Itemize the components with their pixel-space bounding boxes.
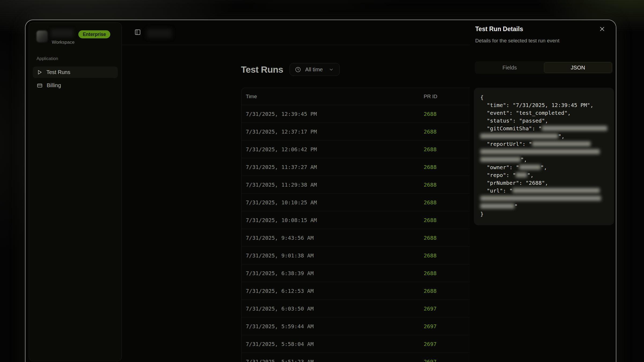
topbar-title-redacted xyxy=(147,29,172,38)
run-time: 7/31/2025, 9:43:56 AM xyxy=(246,235,314,241)
pr-id-link[interactable]: 2688 xyxy=(424,164,437,170)
close-icon[interactable] xyxy=(599,26,605,32)
sidebar-nav: Test Runs Billing xyxy=(33,67,118,93)
code-line: ", xyxy=(480,132,608,140)
chevron-down-icon xyxy=(329,67,334,72)
run-time: 7/31/2025, 5:58:04 AM xyxy=(246,341,314,347)
pr-id-link[interactable]: 2688 xyxy=(424,270,437,276)
code-line: ", xyxy=(480,156,608,164)
code-line: { xyxy=(480,94,608,101)
json-code-block: { "time": "7/31/2025, 12:39:45 PM", "eve… xyxy=(474,88,614,225)
run-time: 7/31/2025, 12:06:42 PM xyxy=(246,146,317,153)
plan-badge: Enterprise xyxy=(78,30,110,38)
pr-id-link[interactable]: 2688 xyxy=(424,128,437,135)
sidebar-item-billing[interactable]: Billing xyxy=(33,80,118,91)
column-header-time: Time xyxy=(246,94,257,99)
code-line: "url": " xyxy=(480,187,608,195)
redacted-text xyxy=(516,172,527,178)
pr-id-link[interactable]: 2688 xyxy=(424,288,437,294)
run-time: 7/31/2025, 6:03:50 AM xyxy=(246,305,314,312)
run-time: 7/31/2025, 12:37:17 PM xyxy=(246,128,317,135)
code-line: "owner": "", xyxy=(480,164,608,171)
code-line: " xyxy=(480,202,608,210)
redacted-text xyxy=(519,165,541,170)
run-time: 7/31/2025, 11:37:27 AM xyxy=(246,164,317,170)
test-run-details-panel: Test Run Details Details for the selecte… xyxy=(470,20,616,362)
pr-id-link[interactable]: 2688 xyxy=(424,252,437,259)
workspace-logo xyxy=(36,31,48,42)
redacted-text xyxy=(532,141,591,146)
panel-title: Test Run Details xyxy=(475,25,523,33)
time-filter-dropdown[interactable]: All time xyxy=(290,63,340,76)
clock-icon xyxy=(295,67,301,72)
pr-id-link[interactable]: 2697 xyxy=(424,305,437,312)
sidebar-toggle-icon[interactable] xyxy=(134,29,141,35)
main-content: Test Runs All time Time PR ID Status 7/3… xyxy=(122,20,471,362)
sidebar-item-test-runs[interactable]: Test Runs xyxy=(33,67,118,78)
pr-id-link[interactable]: 2688 xyxy=(424,146,437,153)
workspace-sublabel: Workspace xyxy=(52,40,75,45)
code-line: } xyxy=(480,210,608,218)
run-time: 7/31/2025, 5:51:23 AM xyxy=(246,359,314,362)
tab-json[interactable]: JSON xyxy=(544,62,612,73)
run-time: 7/31/2025, 5:59:44 AM xyxy=(246,323,314,330)
pr-id-link[interactable]: 2688 xyxy=(424,111,437,117)
redacted-text xyxy=(480,204,514,209)
redacted-text xyxy=(513,188,600,193)
app-window: Workspace Enterprise Application Test Ru… xyxy=(25,20,616,362)
run-time: 7/31/2025, 12:39:45 PM xyxy=(246,111,317,117)
workspace-name-redacted xyxy=(51,29,74,37)
run-time: 7/31/2025, 6:12:53 AM xyxy=(246,288,314,294)
pr-id-link[interactable]: 2688 xyxy=(424,217,437,223)
run-time: 7/31/2025, 11:29:38 AM xyxy=(246,182,317,188)
redacted-text xyxy=(480,134,558,139)
pr-id-link[interactable]: 2688 xyxy=(424,235,437,241)
run-time: 7/31/2025, 10:08:15 AM xyxy=(246,217,317,223)
topbar xyxy=(122,20,470,45)
pr-id-link[interactable]: 2697 xyxy=(424,341,437,347)
credit-card-icon xyxy=(37,83,42,88)
pr-id-link[interactable]: 2697 xyxy=(424,323,437,330)
run-time: 7/31/2025, 10:10:25 AM xyxy=(246,199,317,206)
column-header-pr-id: PR ID xyxy=(424,94,437,99)
run-time: 7/31/2025, 6:38:39 AM xyxy=(246,270,314,276)
panel-subtitle: Details for the selected test run event xyxy=(475,38,559,44)
time-filter-value: All time xyxy=(305,67,323,73)
code-line: "reportUrl": " xyxy=(480,140,608,148)
pr-id-link[interactable]: 2688 xyxy=(424,182,437,188)
play-icon xyxy=(37,70,42,75)
page-title: Test Runs xyxy=(241,64,283,75)
workspace-switcher[interactable]: Workspace Enterprise xyxy=(36,31,116,43)
pr-id-link[interactable]: 2688 xyxy=(424,199,437,206)
code-line xyxy=(480,148,608,156)
tab-fields[interactable]: Fields xyxy=(475,62,544,73)
run-time: 7/31/2025, 9:01:38 AM xyxy=(246,252,314,259)
pr-id-link[interactable]: 2697 xyxy=(424,359,437,362)
code-line: "prNumber": "2688", xyxy=(480,179,608,187)
code-line: "repo": "", xyxy=(480,171,608,179)
sidebar-section-label: Application xyxy=(36,56,58,61)
redacted-text xyxy=(480,196,601,201)
code-line: "status": "passed", xyxy=(480,117,608,125)
code-line: "event": "test_completed", xyxy=(480,109,608,117)
code-line: "gitCommitSha": " xyxy=(480,125,608,132)
sidebar-item-label: Billing xyxy=(47,82,61,88)
details-tab-bar: Fields JSON xyxy=(475,61,613,74)
redacted-text xyxy=(542,126,607,131)
code-line: "time": "7/31/2025, 12:39:45 PM", xyxy=(480,101,608,109)
code-line xyxy=(480,195,608,202)
redacted-text xyxy=(480,149,600,154)
sidebar-item-label: Test Runs xyxy=(46,69,70,75)
sidebar: Workspace Enterprise Application Test Ru… xyxy=(29,23,122,361)
redacted-text xyxy=(480,157,521,162)
